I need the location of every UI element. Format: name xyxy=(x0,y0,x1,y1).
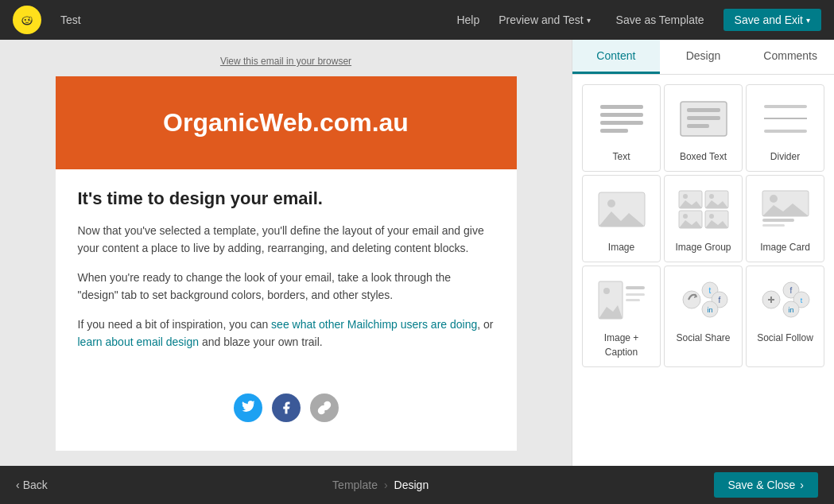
save-exit-chevron-icon: ▾ xyxy=(806,16,810,25)
image-group-block-label: Image Group xyxy=(675,242,731,253)
back-button[interactable]: ‹ Back xyxy=(16,479,48,491)
block-image-card[interactable]: Image Card xyxy=(746,175,824,262)
twitter-social-icon[interactable] xyxy=(234,394,262,422)
svg-point-37 xyxy=(603,288,610,294)
tab-content[interactable]: Content xyxy=(572,40,660,74)
svg-point-2 xyxy=(25,19,26,21)
block-image[interactable]: Image xyxy=(582,175,661,262)
image-card-block-icon xyxy=(754,185,817,233)
image-block-icon xyxy=(590,185,654,233)
email-body-para1: Now that you've selected a template, you… xyxy=(78,222,495,258)
email-body: It's time to design your email. Now that… xyxy=(56,169,517,381)
svg-rect-5 xyxy=(600,105,643,109)
block-divider[interactable]: Divider xyxy=(746,84,824,172)
divider-block-label: Divider xyxy=(770,151,800,162)
svg-rect-7 xyxy=(600,121,643,125)
svg-rect-41 xyxy=(626,299,640,301)
right-panel: Content Design Comments xyxy=(572,40,834,466)
email-container: OrganicWeb.com.au It's time to design yo… xyxy=(56,76,517,451)
tab-comments[interactable]: Comments xyxy=(747,40,834,74)
boxed-text-block-label: Boxed Text xyxy=(680,151,727,162)
svg-point-17 xyxy=(607,200,615,207)
tab-design[interactable]: Design xyxy=(660,40,747,74)
block-image-caption[interactable]: Image + Caption xyxy=(582,266,661,367)
save-exit-button[interactable]: Save and Exit ▾ xyxy=(723,9,821,31)
para3-mid: , or xyxy=(477,318,493,331)
svg-point-23 xyxy=(709,194,714,199)
para3-start: If you need a bit of inspiration, you ca… xyxy=(78,318,272,331)
svg-rect-15 xyxy=(764,130,807,133)
save-close-chevron-icon: › xyxy=(800,479,804,491)
main-area: View this email in your browser OrganicW… xyxy=(0,40,834,466)
block-text[interactable]: Text xyxy=(582,84,661,172)
top-navigation: Test Help Preview and Test ▾ Save as Tem… xyxy=(0,0,834,40)
email-body-para3: If you need a bit of inspiration, you ca… xyxy=(78,316,495,351)
svg-point-32 xyxy=(770,195,778,203)
bottom-bar: ‹ Back Template › Design Save & Close › xyxy=(0,466,834,504)
breadcrumb-separator: › xyxy=(384,479,388,491)
svg-rect-12 xyxy=(687,124,709,128)
email-body-para2: When you're ready to change the look of … xyxy=(78,269,495,304)
para3-end: and blaze your own trail. xyxy=(199,335,323,348)
svg-rect-34 xyxy=(762,219,794,222)
svg-rect-8 xyxy=(600,129,628,133)
content-blocks-grid: Text Boxed Text xyxy=(572,75,834,377)
email-preview-pane: View this email in your browser OrganicW… xyxy=(0,40,572,466)
save-template-button[interactable]: Save as Template xyxy=(610,10,711,29)
mailchimp-link[interactable]: see what other Mailchimp users are doing xyxy=(271,318,477,331)
svg-rect-39 xyxy=(626,286,645,289)
block-boxed-text[interactable]: Boxed Text xyxy=(664,84,743,172)
svg-point-4 xyxy=(29,17,32,21)
preview-chevron-icon: ▾ xyxy=(587,16,591,25)
panel-tabs: Content Design Comments xyxy=(572,40,834,75)
block-social-follow[interactable]: f t in Social Follow xyxy=(746,266,824,367)
svg-rect-11 xyxy=(687,116,720,120)
svg-text:t: t xyxy=(708,286,711,295)
email-header-title: OrganicWeb.com.au xyxy=(72,108,501,138)
text-block-icon xyxy=(590,95,654,142)
design-link[interactable]: learn about email design xyxy=(78,335,200,348)
breadcrumb-design: Design xyxy=(394,479,429,491)
svg-point-20 xyxy=(683,194,688,199)
svg-text:f: f xyxy=(789,286,792,295)
image-group-block-icon xyxy=(672,185,735,233)
boxed-text-block-icon xyxy=(672,95,735,142)
image-caption-block-label: Image + Caption xyxy=(604,332,639,358)
email-header: OrganicWeb.com.au xyxy=(56,76,517,169)
breadcrumb-template: Template xyxy=(332,479,378,491)
text-block-label: Text xyxy=(612,151,630,162)
view-in-browser-link[interactable]: View this email in your browser xyxy=(220,56,351,67)
breadcrumb: Template › Design xyxy=(48,479,714,491)
preview-test-button[interactable]: Preview and Test ▾ xyxy=(492,10,596,29)
test-label: Test xyxy=(60,14,81,26)
svg-text:in: in xyxy=(707,306,712,314)
social-follow-block-label: Social Follow xyxy=(757,332,813,343)
facebook-social-icon[interactable] xyxy=(272,394,301,422)
svg-rect-13 xyxy=(764,105,807,108)
svg-rect-10 xyxy=(687,108,720,112)
back-chevron-icon: ‹ xyxy=(16,479,20,491)
svg-rect-40 xyxy=(626,293,645,296)
save-close-button[interactable]: Save & Close › xyxy=(714,472,819,498)
social-share-block-icon: t f in xyxy=(672,276,735,324)
block-image-group[interactable]: Image Group xyxy=(664,175,743,262)
svg-text:f: f xyxy=(718,296,720,304)
svg-point-29 xyxy=(709,214,714,219)
image-card-block-label: Image Card xyxy=(760,242,810,253)
social-share-block-label: Social Share xyxy=(676,332,730,343)
divider-block-icon xyxy=(754,95,817,142)
link-social-icon[interactable] xyxy=(310,394,339,422)
email-body-heading: It's time to design your email. xyxy=(78,188,495,209)
svg-text:in: in xyxy=(788,306,793,314)
svg-point-42 xyxy=(683,291,700,308)
image-block-label: Image xyxy=(608,242,634,253)
help-button[interactable]: Help xyxy=(456,14,479,26)
svg-point-26 xyxy=(683,214,688,219)
social-follow-block-icon: f t in xyxy=(754,276,817,324)
svg-rect-6 xyxy=(600,113,643,117)
image-caption-block-icon xyxy=(590,276,654,324)
svg-rect-35 xyxy=(762,224,785,227)
email-social-icons xyxy=(56,381,517,435)
block-social-share[interactable]: t f in Social Share xyxy=(664,266,743,367)
mailchimp-logo xyxy=(13,6,41,34)
